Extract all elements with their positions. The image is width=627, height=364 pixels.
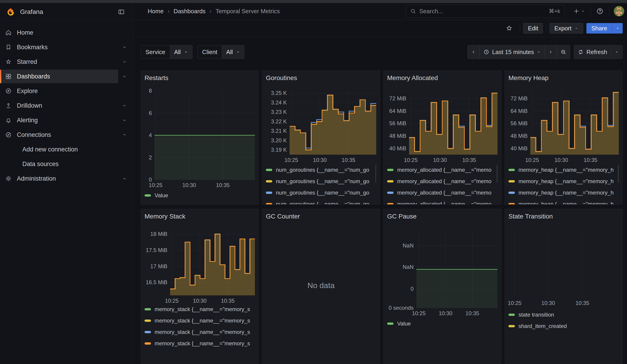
legend-swatch xyxy=(145,331,151,333)
legend-item[interactable]: memory_stack {__name__="memory_s xyxy=(145,315,255,326)
sidebar-item-drilldown[interactable]: Drilldown xyxy=(0,98,133,113)
legend-swatch xyxy=(508,180,515,182)
legend-item[interactable]: memory_heap {__name__="memory_h xyxy=(508,164,619,176)
window-titlebar-strip xyxy=(0,0,627,3)
legend-item[interactable]: state transition xyxy=(508,309,619,320)
sidebar-item-alerting[interactable]: Alerting xyxy=(0,113,133,127)
export-button[interactable]: Export xyxy=(549,23,583,34)
client-filter-label: Client xyxy=(198,45,222,59)
legend-item[interactable]: memory_heap {__name__="memory_h xyxy=(508,187,619,199)
sidebar-item-connections[interactable]: Connections xyxy=(0,127,133,142)
favorite-star-icon[interactable] xyxy=(502,24,517,32)
chevron-down-icon[interactable] xyxy=(118,103,131,108)
share-button-group: Share xyxy=(586,23,623,34)
help-icon[interactable] xyxy=(594,7,606,15)
legend-label: Value xyxy=(155,192,168,199)
chevron-up-icon[interactable] xyxy=(118,133,131,137)
breadcrumb-dashboards[interactable]: Dashboards xyxy=(173,8,206,15)
legend-item[interactable]: Value xyxy=(387,318,498,329)
x-axis-labels: 10:2510:3010:35 xyxy=(155,180,255,188)
legend-item[interactable]: memory_heap {__name__="memory_h xyxy=(508,176,619,187)
grafana-logo-icon[interactable] xyxy=(6,7,15,16)
search-input[interactable] xyxy=(419,8,549,15)
legend-item[interactable]: shard_item_created xyxy=(508,320,619,332)
time-shift-back-button[interactable] xyxy=(468,45,479,59)
legend-item[interactable]: memory_heap {__name__="memory_h xyxy=(508,199,619,205)
search-input-box[interactable]: ⌘+k xyxy=(406,5,565,18)
panel-grid: Restarts 86420 10:2510:3010:35 Value Gor… xyxy=(141,70,623,364)
edit-button[interactable]: Edit xyxy=(523,23,543,34)
no-data-message: No data xyxy=(266,237,376,333)
legend-item[interactable]: memory_allocated {__name__="memo xyxy=(387,187,498,199)
client-filter-value[interactable]: All xyxy=(222,45,244,59)
sidebar-toggle-icon[interactable] xyxy=(117,7,126,16)
legend-item[interactable]: memory_allocated {__name__="memo xyxy=(387,176,498,187)
dashboard-toolbar: Edit Export Share xyxy=(133,20,627,37)
time-shift-forward-button[interactable] xyxy=(544,45,557,59)
chevron-down-icon[interactable] xyxy=(118,176,131,181)
panel-title[interactable]: Restarts xyxy=(145,74,255,85)
sidebar-item-dashboards[interactable]: Dashboards xyxy=(0,69,133,84)
legend-item[interactable]: memory_stack {__name__="memory_s xyxy=(145,326,255,338)
connections-plug-icon xyxy=(5,131,12,138)
legend-label: memory_heap {__name__="memory_h xyxy=(519,190,614,196)
brand-name: Grafana xyxy=(20,8,43,15)
chevron-down-icon[interactable] xyxy=(118,74,131,79)
sidebar-item-add-new-connection[interactable]: Add new connection xyxy=(0,142,133,157)
refresh-button[interactable]: Refresh xyxy=(574,45,611,59)
x-axis-labels: 10:2510:3010:35 xyxy=(416,308,498,316)
gear-icon xyxy=(5,175,12,182)
zoom-out-button[interactable] xyxy=(557,45,570,59)
search-icon xyxy=(410,8,416,14)
panel-title[interactable]: Memory Allocated xyxy=(387,74,498,85)
chevron-down-icon[interactable] xyxy=(118,45,131,50)
divider xyxy=(520,24,520,33)
legend-label: memory_stack {__name__="memory_s xyxy=(155,317,250,324)
x-axis-labels: 10:2510:3010:35 xyxy=(530,155,619,163)
legend-item[interactable]: memory_stack {__name__="memory_s xyxy=(145,304,255,315)
legend: memory_heap {__name__="memory_hmemory_he… xyxy=(508,164,619,205)
legend-label: memory_allocated {__name__="memo xyxy=(397,167,491,173)
share-dropdown-caret[interactable] xyxy=(612,23,623,34)
sidebar-item-home[interactable]: Home xyxy=(0,25,133,40)
service-filter-value[interactable]: All xyxy=(170,45,192,59)
sidebar-item-bookmarks[interactable]: Bookmarks xyxy=(0,40,133,54)
legend-item[interactable]: memory_allocated {__name__="memo xyxy=(387,199,498,205)
add-button[interactable] xyxy=(571,8,587,14)
panel-title[interactable]: GC Counter xyxy=(266,213,376,224)
sidebar-item-starred[interactable]: Starred xyxy=(0,54,133,69)
plot-area xyxy=(155,91,255,180)
sidebar-item-administration[interactable]: Administration xyxy=(0,171,133,186)
service-filter: Service All xyxy=(141,45,192,59)
legend-item[interactable]: memory_allocated {__name__="memo xyxy=(387,164,498,176)
panel-title[interactable]: GC Pause xyxy=(387,213,498,224)
legend-item[interactable]: num_goroutines {__name__="num_go xyxy=(266,199,376,205)
legend: state transitionshard_item_created xyxy=(508,309,619,332)
avatar[interactable] xyxy=(614,6,624,16)
share-button[interactable]: Share xyxy=(586,23,612,34)
chevron-down-icon[interactable] xyxy=(118,118,131,122)
legend-swatch xyxy=(387,192,394,194)
legend-item[interactable]: num_goroutines {__name__="num_go xyxy=(266,187,376,199)
legend-item[interactable]: Value xyxy=(145,190,255,201)
legend: Value xyxy=(145,190,255,201)
sidebar-item-explore[interactable]: Explore xyxy=(0,84,133,98)
refresh-interval-caret[interactable] xyxy=(611,45,623,59)
panel-title[interactable]: Goroutines xyxy=(266,74,376,85)
panel-title[interactable]: Memory Stack xyxy=(145,213,255,224)
legend-swatch xyxy=(508,313,515,316)
breadcrumb-home[interactable]: Home xyxy=(148,8,163,15)
time-range-controls: Last 15 minutes xyxy=(468,45,570,59)
chevron-down-icon[interactable] xyxy=(118,59,131,64)
time-range-picker[interactable]: Last 15 minutes xyxy=(479,45,544,59)
legend-item[interactable]: memory_stack {__name__="memory_s xyxy=(145,338,255,349)
panel-title[interactable]: Memory Heap xyxy=(508,74,619,85)
legend: Value xyxy=(387,318,498,329)
panel-title[interactable]: State Transition xyxy=(508,213,619,224)
legend-swatch xyxy=(266,192,272,194)
legend-item[interactable]: num_goroutines {__name__="num_go xyxy=(266,176,376,187)
service-filter-label: Service xyxy=(141,45,170,59)
breadcrumb: Home › Dashboards › Temporal Server Metr… xyxy=(148,8,280,15)
legend-item[interactable]: num_goroutines {__name__="num_go xyxy=(266,164,376,176)
sidebar-item-data-sources[interactable]: Data sources xyxy=(0,157,133,171)
